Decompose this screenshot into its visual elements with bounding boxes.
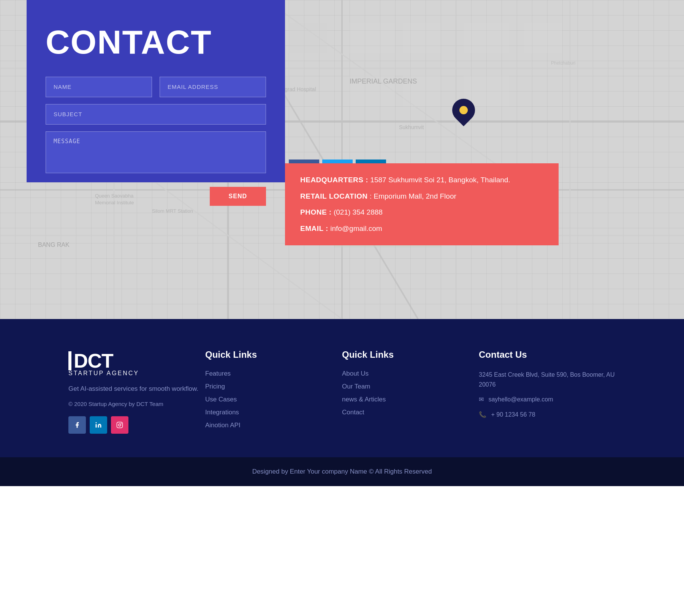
contact-panel: CONTACT SEND: [27, 0, 285, 182]
svg-rect-19: [524, 23, 562, 53]
headquarters-value: 1587 Sukhumvit Soi 21, Bangkok, Thailand…: [370, 176, 510, 184]
footer-link-integrations[interactable]: Integrations: [205, 409, 342, 416]
footer-logo-text: DCT: [68, 349, 205, 372]
headquarters-label: HEADQUARTERS :: [300, 176, 368, 184]
message-textarea[interactable]: [46, 131, 266, 173]
footer-link-contact[interactable]: Contact: [342, 409, 479, 416]
map-pin-inner: [459, 106, 468, 114]
footer-link-use-cases[interactable]: Use Cases: [205, 396, 342, 403]
footer-logo: DCT STARTUP AGENCY: [68, 349, 205, 377]
contact-email-value: sayhello@example.com: [488, 396, 553, 403]
svg-rect-39: [117, 422, 123, 428]
footer-instagram-button[interactable]: [111, 416, 128, 434]
retail-label: RETAIL LOCATION: [300, 192, 367, 200]
phone-value: (021) 354 2888: [334, 208, 383, 216]
contact-title: CONTACT: [46, 23, 266, 62]
footer-bottom: Designed by Enter Your company Name © Al…: [0, 457, 684, 486]
quick-links-2-title: Quick Links: [342, 349, 479, 360]
name-input[interactable]: [46, 77, 152, 97]
footer-bottom-text: Designed by Enter Your company Name © Al…: [11, 468, 673, 475]
svg-rect-16: [350, 23, 395, 53]
retail-value: : Emporium Mall, 2nd Floor: [370, 192, 456, 200]
svg-text:Sukhumvit: Sukhumvit: [399, 124, 424, 130]
footer-copyright: © 2020 Startup Agency by DCT Team: [68, 401, 205, 407]
footer-link-about-us[interactable]: About Us: [342, 370, 479, 377]
svg-text:Memorial Institute: Memorial Institute: [95, 200, 134, 205]
footer-instagram-svg: [116, 422, 123, 428]
phone-label: PHONE :: [300, 208, 332, 216]
svg-text:BANG RAK: BANG RAK: [38, 242, 70, 248]
contact-us-title: Contact Us: [479, 349, 616, 360]
svg-point-38: [96, 422, 97, 423]
email-label: EMAIL :: [300, 224, 328, 232]
form-subject-row: [46, 104, 266, 125]
contact-phone-item: 📞 + 90 1234 56 78: [479, 410, 616, 420]
footer-link-pricing[interactable]: Pricing: [205, 383, 342, 390]
footer-facebook-svg: [74, 422, 81, 428]
footer-quicklinks-2-col: Quick Links About Us Our Team news & Art…: [342, 349, 479, 434]
map-pin-circle: [448, 94, 480, 126]
footer-quicklinks-1-col: Quick Links Features Pricing Use Cases I…: [205, 349, 342, 434]
footer-linkedin-svg: [95, 422, 102, 428]
contact-address: 3245 East Creek Blvd, Suite 590, Bos Boo…: [479, 370, 616, 389]
email-info: EMAIL : info@gmail.com: [300, 223, 543, 234]
svg-rect-14: [289, 23, 327, 53]
subject-input[interactable]: [46, 104, 266, 125]
svg-rect-18: [464, 23, 509, 53]
email-input[interactable]: [160, 77, 266, 97]
svg-text:Phetchaburi: Phetchaburi: [551, 60, 575, 66]
footer-link-ainotion-api[interactable]: Ainotion API: [205, 422, 342, 429]
svg-rect-37: [96, 424, 97, 428]
contact-phone-value: + 90 1234 56 78: [491, 411, 535, 418]
email-icon: ✉: [479, 396, 484, 403]
email-value: info@gmail.com: [330, 224, 382, 232]
logo-dct: DCT: [74, 349, 113, 372]
contact-email-item: ✉ sayhello@example.com: [479, 395, 616, 404]
footer-logo-col: DCT STARTUP AGENCY Get AI-assisted servi…: [68, 349, 205, 434]
svg-rect-17: [403, 23, 441, 53]
phone-info: PHONE : (021) 354 2888: [300, 207, 543, 218]
svg-point-40: [119, 424, 121, 426]
footer-tagline: Get AI-assisted services for smooth work…: [68, 384, 205, 394]
footer-link-our-team[interactable]: Our Team: [342, 383, 479, 390]
form-message-row: [46, 131, 266, 180]
footer-social-icons: [68, 416, 205, 434]
retail-info: RETAIL LOCATION : Emporium Mall, 2nd Flo…: [300, 191, 543, 202]
logo-bar: [68, 351, 71, 370]
footer-facebook-button[interactable]: [68, 416, 86, 434]
footer-main: DCT STARTUP AGENCY Get AI-assisted servi…: [0, 319, 684, 457]
logo-subtitle: STARTUP AGENCY: [68, 370, 205, 377]
footer-contact-col: Contact Us 3245 East Creek Blvd, Suite 5…: [479, 349, 616, 434]
map-pin: [452, 99, 475, 122]
quick-links-1-title: Quick Links: [205, 349, 342, 360]
submit-button[interactable]: SEND: [210, 187, 266, 206]
headquarters-info: HEADQUARTERS : 1587 Sukhumvit Soi 21, Ba…: [300, 175, 543, 186]
svg-text:IMPERIAL GARDENS: IMPERIAL GARDENS: [350, 77, 417, 85]
footer-linkedin-button[interactable]: [90, 416, 107, 434]
footer-link-news-articles[interactable]: news & Articles: [342, 396, 479, 403]
info-card: HEADQUARTERS : 1587 Sukhumvit Soi 21, Ba…: [285, 163, 559, 245]
form-name-email-row: [46, 77, 266, 97]
svg-point-41: [121, 423, 122, 424]
svg-text:Silom MRT Station: Silom MRT Station: [152, 208, 193, 214]
svg-text:Queen Saovabha: Queen Saovabha: [95, 193, 134, 199]
footer-link-features[interactable]: Features: [205, 370, 342, 377]
phone-icon: 📞: [479, 411, 486, 418]
hero-section: IMPERIAL GARDENS Sukhumvit Lumphini Park…: [0, 0, 684, 319]
